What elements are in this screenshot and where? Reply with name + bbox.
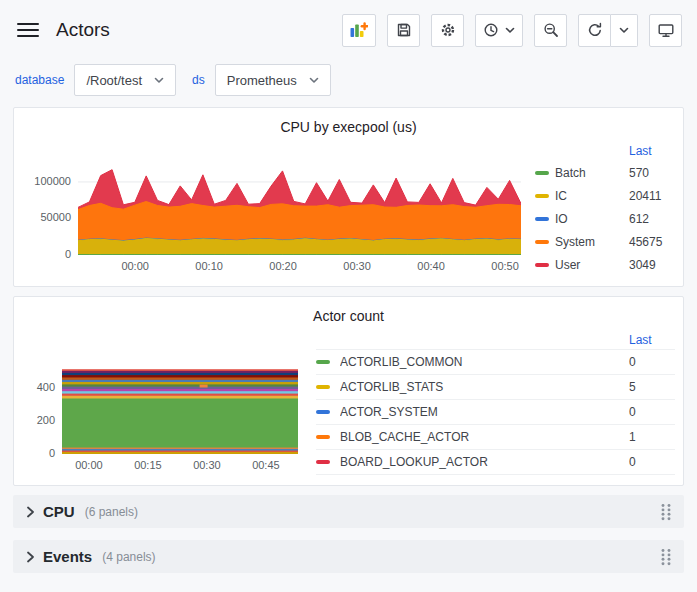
legend-row-blob-cache-actor[interactable]: BLOB_CACHE_ACTOR 1 — [316, 425, 675, 450]
y-axis-labels: 0200400 — [22, 359, 62, 454]
series-name: IO — [555, 212, 629, 226]
drag-handle-icon — [660, 548, 672, 566]
variable-select-ds[interactable]: Prometheus — [215, 64, 331, 96]
series-name: ACTORLIB_COMMON — [340, 355, 629, 369]
legend-last-header[interactable]: Last — [629, 144, 675, 158]
dashboard-settings-button[interactable] — [431, 14, 464, 47]
x-axis-labels: 00:0000:1500:3000:45 — [62, 457, 298, 475]
monitor-icon — [658, 23, 674, 38]
cpu-plot-area[interactable] — [78, 160, 521, 255]
dashboard-toolbar — [342, 14, 682, 47]
panel-cpu-by-execpool: CPU by execpool (us) 050000100000 00:000… — [13, 107, 684, 287]
series-name: ACTORLIB_STATS — [340, 380, 629, 394]
time-range-picker-button[interactable] — [475, 14, 523, 47]
chevron-down-icon — [505, 27, 515, 34]
series-name: ACTOR_SYSTEM — [340, 405, 629, 419]
series-color-swatch — [316, 360, 330, 364]
row-panel-count: (6 panels) — [85, 505, 138, 519]
variable-value-ds: Prometheus — [227, 73, 297, 88]
variable-label-database[interactable]: database — [15, 73, 64, 87]
series-last-value: 3049 — [629, 258, 675, 272]
variable-database: database /Root/test — [15, 64, 176, 96]
actor-count-chart: 0200400 00:0000:1500:3000:45 — [22, 359, 298, 475]
series-last-value: 570 — [629, 166, 675, 180]
refresh-button[interactable] — [578, 14, 611, 47]
add-panel-button[interactable] — [342, 14, 376, 47]
series-color-swatch — [316, 410, 330, 414]
save-dashboard-button[interactable] — [387, 14, 420, 47]
row-panel-count: (4 panels) — [102, 550, 155, 564]
clock-icon — [483, 22, 499, 38]
variable-ds: ds Prometheus — [192, 64, 331, 96]
series-color-swatch — [535, 194, 549, 198]
row-events[interactable]: Events (4 panels) — [13, 540, 684, 573]
variable-value-database: /Root/test — [86, 73, 142, 88]
series-last-value: 45675 — [629, 235, 675, 249]
series-color-swatch — [316, 460, 330, 464]
dashboard-variables-bar: database /Root/test ds Prometheus — [0, 60, 697, 107]
y-axis-labels: 050000100000 — [22, 160, 78, 255]
series-color-swatch — [316, 435, 330, 439]
legend-row-board-lookup-actor[interactable]: BOARD_LOOKUP_ACTOR 0 — [316, 450, 675, 475]
cpu-chart: 050000100000 00:0000:1000:2000:3000:4000… — [22, 160, 521, 276]
panel-body: 050000100000 00:0000:1000:2000:3000:4000… — [22, 141, 675, 276]
series-last-value: 5 — [629, 380, 675, 394]
panel-title[interactable]: Actor count — [22, 304, 675, 330]
legend-row-user[interactable]: User 3049 — [535, 253, 675, 276]
series-name: IC — [555, 189, 629, 203]
chevron-down-icon — [309, 77, 319, 84]
series-last-value: 0 — [629, 355, 675, 369]
series-color-swatch — [535, 217, 549, 221]
zoom-out-button[interactable] — [534, 14, 567, 47]
refresh-interval-button[interactable] — [611, 14, 638, 47]
series-name: Batch — [555, 166, 629, 180]
row-drag-handle[interactable] — [657, 500, 675, 524]
dashboard-grid: CPU by execpool (us) 050000100000 00:000… — [0, 107, 697, 573]
series-color-swatch — [535, 171, 549, 175]
panel-body: 0200400 00:0000:1500:3000:45 Last ACTORL… — [22, 330, 675, 475]
legend-row-system[interactable]: System 45675 — [535, 230, 675, 253]
series-last-value: 612 — [629, 212, 675, 226]
actor-plot-area[interactable] — [62, 359, 298, 454]
series-name: System — [555, 235, 629, 249]
row-title: CPU — [43, 503, 75, 520]
add-panel-icon — [350, 22, 368, 38]
x-axis-labels: 00:0000:1000:2000:3000:4000:50 — [78, 258, 521, 276]
row-drag-handle[interactable] — [657, 545, 675, 569]
chevron-right-icon — [22, 549, 38, 565]
series-name: BLOB_CACHE_ACTOR — [340, 430, 629, 444]
series-name: User — [555, 258, 629, 272]
series-color-swatch — [535, 240, 549, 244]
panel-actor-count: Actor count 0200400 00:0000:1500:3000:45… — [13, 296, 684, 486]
legend-row-actorlib-stats[interactable]: ACTORLIB_STATS 5 — [316, 375, 675, 400]
zoom-out-icon — [543, 22, 559, 38]
variable-label-ds[interactable]: ds — [192, 73, 205, 87]
legend-row-io[interactable]: IO 612 — [535, 207, 675, 230]
menu-toggle-button[interactable] — [15, 20, 41, 40]
dashboard-title: Actors — [56, 19, 110, 41]
legend-row-actorlib-common[interactable]: ACTORLIB_COMMON 0 — [316, 350, 675, 375]
row-cpu[interactable]: CPU (6 panels) — [13, 495, 684, 528]
refresh-icon — [587, 22, 603, 38]
cycle-view-mode-button[interactable] — [649, 14, 682, 47]
actor-legend-table: Last ACTORLIB_COMMON 0 ACTORLIB_STATS 5 … — [316, 330, 675, 475]
series-last-value: 1 — [629, 430, 675, 444]
drag-handle-icon — [660, 503, 672, 521]
legend-last-header[interactable]: Last — [629, 333, 675, 347]
legend-row-batch[interactable]: Batch 570 — [535, 161, 675, 184]
panel-title[interactable]: CPU by execpool (us) — [22, 115, 675, 141]
legend-row-actor-system[interactable]: ACTOR_SYSTEM 0 — [316, 400, 675, 425]
gear-icon — [440, 22, 456, 38]
series-last-value: 0 — [629, 455, 675, 469]
legend-row-ic[interactable]: IC 20411 — [535, 184, 675, 207]
variable-select-database[interactable]: /Root/test — [74, 64, 176, 96]
cpu-legend-table: Last Batch 570 IC 20411 IO 612 — [535, 141, 675, 276]
legend-header: Last — [316, 330, 675, 350]
row-title: Events — [43, 548, 92, 565]
refresh-button-group — [578, 14, 638, 47]
legend-header: Last — [535, 141, 675, 161]
hamburger-menu-icon — [17, 22, 39, 38]
save-icon — [396, 22, 412, 38]
top-navbar: Actors — [0, 0, 697, 60]
series-color-swatch — [535, 263, 549, 267]
